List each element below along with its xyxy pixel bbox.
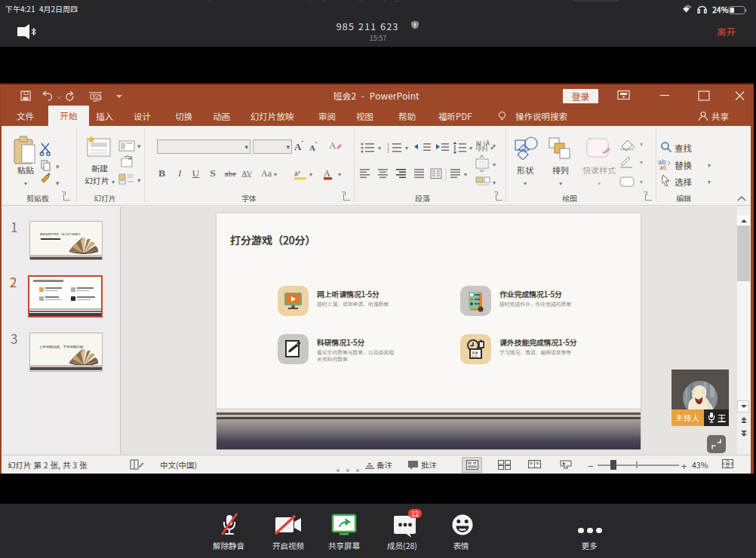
svg-text:▾: ▾	[137, 141, 141, 151]
svg-text:▾: ▾	[338, 170, 341, 178]
svg-text:▾: ▾	[405, 143, 408, 152]
svg-text:▾: ▾	[464, 170, 467, 178]
svg-text:▾: ▾	[640, 158, 643, 166]
svg-text:3: 3	[387, 149, 389, 154]
svg-text:▾: ▾	[640, 140, 643, 148]
svg-text:ac: ac	[659, 162, 667, 170]
svg-text:A: A	[486, 140, 490, 147]
svg-text:▾: ▾	[640, 177, 643, 185]
svg-text:A: A	[324, 168, 330, 179]
svg-text:▾: ▾	[137, 175, 141, 185]
svg-text:▾: ▾	[56, 161, 60, 171]
svg-text:××: ××	[472, 354, 478, 359]
svg-text:aʸ: aʸ	[294, 168, 301, 177]
svg-text:▾: ▾	[309, 170, 312, 178]
svg-text:▾: ▾	[469, 143, 472, 152]
svg-text:▾: ▾	[378, 143, 381, 152]
svg-text:▾: ▾	[493, 141, 496, 149]
svg-text:▾: ▾	[493, 178, 496, 186]
svg-text:A: A	[329, 140, 337, 151]
svg-text:24%: 24%	[712, 5, 729, 15]
svg-text:▾: ▾	[493, 160, 496, 168]
svg-text:▾: ▾	[56, 178, 60, 188]
